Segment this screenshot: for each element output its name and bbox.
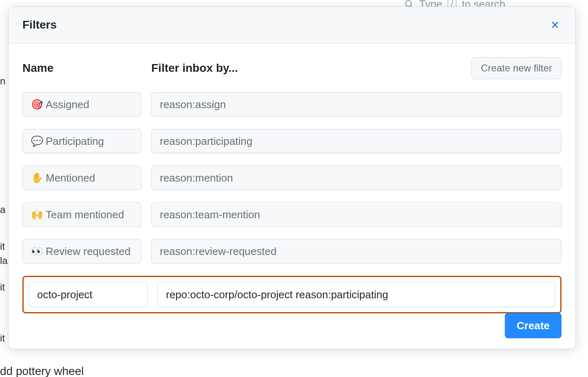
- new-filter-name-input[interactable]: octo-project: [29, 282, 148, 307]
- filter-query-input[interactable]: reason:mention: [151, 166, 561, 190]
- filter-emoji-icon: ✋: [31, 172, 43, 184]
- filter-emoji-icon: 💬: [31, 135, 43, 147]
- filter-name-input[interactable]: 🎯Assigned: [22, 92, 141, 117]
- filter-query-input[interactable]: reason:participating: [151, 129, 561, 153]
- filter-name-text: Assigned: [46, 98, 89, 111]
- close-icon: [550, 20, 560, 30]
- filter-name-input[interactable]: 💬Participating: [22, 129, 141, 153]
- filter-name-input[interactable]: 🙌Team mentioned: [22, 202, 141, 227]
- filter-row: 🎯Assignedreason:assign: [22, 92, 561, 117]
- bg-fragment: it: [0, 333, 5, 344]
- columns-header-row: Name Filter inbox by... Create new filte…: [22, 57, 561, 79]
- filter-name-input[interactable]: ✋Mentioned: [22, 166, 141, 190]
- modal-title: Filters: [22, 18, 57, 31]
- bg-fragment: it: [0, 282, 5, 293]
- filter-emoji-icon: 👀: [31, 246, 43, 257]
- filter-emoji-icon: 🎯: [31, 99, 43, 110]
- filter-emoji-icon: 🙌: [31, 209, 43, 220]
- filter-row: ✋Mentionedreason:mention: [22, 166, 561, 190]
- new-filter-query-input[interactable]: repo:octo-corp/octo-project reason:parti…: [157, 282, 555, 307]
- bg-fragment: a: [0, 204, 5, 215]
- filter-name-input[interactable]: 👀Review requested: [22, 239, 141, 264]
- filter-row: 💬Participatingreason:participating: [22, 129, 561, 153]
- filter-name-text: Team mentioned: [46, 208, 124, 221]
- filter-row: 🙌Team mentionedreason:team-mention: [22, 202, 561, 227]
- filter-name-text: Mentioned: [46, 172, 95, 184]
- create-new-filter-button[interactable]: Create new filter: [471, 57, 561, 79]
- close-button[interactable]: [548, 18, 561, 31]
- bg-bottom-fragment: dd pottery wheel: [0, 365, 84, 377]
- filter-name-text: Review requested: [46, 245, 130, 258]
- filter-query-input[interactable]: reason:assign: [151, 92, 561, 117]
- modal-body: Name Filter inbox by... Create new filte…: [9, 43, 575, 349]
- filters-modal: Filters Name Filter inbox by... Create n…: [8, 7, 576, 349]
- modal-header: Filters: [9, 7, 575, 43]
- bg-fragment: n: [0, 75, 5, 87]
- filter-row: 👀Review requestedreason:review-requested: [22, 239, 561, 264]
- filter-name-text: Participating: [46, 135, 104, 148]
- filter-query-input[interactable]: reason:team-mention: [151, 202, 561, 227]
- bg-fragment: it: [0, 241, 5, 252]
- new-filter-row-highlight: octo-project repo:octo-corp/octo-project…: [22, 276, 561, 313]
- column-header-name: Name: [22, 62, 151, 75]
- filter-query-input[interactable]: reason:review-requested: [151, 239, 561, 264]
- bg-fragment: la: [0, 255, 8, 266]
- create-button[interactable]: Create: [505, 313, 561, 338]
- column-header-query: Filter inbox by...: [151, 62, 471, 75]
